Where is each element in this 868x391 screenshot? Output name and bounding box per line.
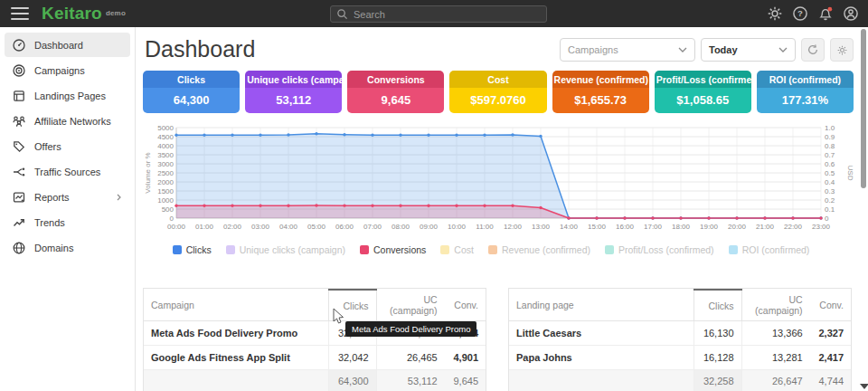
metric-cards-row: Clicks 64,300 Unique clicks (campaign) 5… xyxy=(143,71,854,113)
help-icon[interactable]: ? xyxy=(792,5,808,22)
chart-legend: Clicks Unique clicks (campaign) Conversi… xyxy=(136,244,846,255)
sidebar-item-label: Campaigns xyxy=(34,65,85,76)
metric-card-cost[interactable]: Cost $597.0760 xyxy=(449,71,546,113)
legend-item-roi[interactable]: ROI (confirmed) xyxy=(729,244,810,255)
metric-card-roi[interactable]: ROI (confirmed) 177.31% xyxy=(757,71,854,113)
notification-dot xyxy=(827,7,832,12)
legend-swatch xyxy=(605,245,614,254)
metric-value: $1,655.73 xyxy=(552,88,649,113)
column-header-uc[interactable]: UC (campaign) xyxy=(741,290,810,321)
svg-text:5000: 5000 xyxy=(157,124,174,132)
campaigns-filter-select[interactable]: Campaigns xyxy=(560,38,695,62)
globe-icon xyxy=(12,241,26,255)
svg-text:19:00: 19:00 xyxy=(700,223,719,231)
sidebar-item-label: Landings Pages xyxy=(34,91,106,101)
sidebar-item-label: Trends xyxy=(34,217,65,228)
legend-swatch xyxy=(440,245,449,254)
svg-text:18:00: 18:00 xyxy=(672,223,691,231)
chevron-down-icon xyxy=(678,47,687,53)
sidebar-item-reports[interactable]: Reports xyxy=(5,185,130,209)
tag-icon xyxy=(12,139,26,154)
table-row[interactable]: Google Ads Fitness App Split 32,042 26,4… xyxy=(144,346,486,370)
svg-text:0.6: 0.6 xyxy=(825,160,835,168)
legend-swatch xyxy=(226,245,235,254)
table-header-row: Landing page Clicks UC (campaign) Conv. xyxy=(509,290,851,321)
people-network-icon xyxy=(12,114,26,129)
column-header-uc[interactable]: UC (campaign) xyxy=(376,290,445,321)
sidebar-item-label: Affiliate Networks xyxy=(34,116,111,127)
sidebar-item-campaigns[interactable]: Campaigns xyxy=(5,58,130,82)
scrollbar-down-arrow-icon[interactable] xyxy=(860,384,868,389)
metric-card-clicks[interactable]: Clicks 64,300 xyxy=(143,71,240,113)
sidebar-item-landings-pages[interactable]: Landings Pages xyxy=(5,83,130,108)
svg-text:04:00: 04:00 xyxy=(279,223,298,231)
menu-toggle-icon[interactable] xyxy=(11,7,29,20)
sidebar-item-dashboard[interactable]: Dashboard xyxy=(5,33,130,57)
metric-card-profit-loss[interactable]: Profit/Loss (confirmed) $1,058.65 xyxy=(655,71,751,113)
legend-item-cost[interactable]: Cost xyxy=(440,244,474,255)
legend-item-conversions[interactable]: Conversions xyxy=(360,244,426,255)
refresh-button[interactable] xyxy=(801,38,825,62)
app-logo[interactable]: Keitarodemo xyxy=(42,4,126,24)
campaigns-table: Campaign Clicks UC (campaign) Conv. Meta… xyxy=(143,288,486,391)
sidebar-item-trends[interactable]: Trends xyxy=(5,210,130,234)
legend-item-clicks[interactable]: Clicks xyxy=(173,244,212,255)
column-header-landing-page[interactable]: Landing page xyxy=(509,290,693,321)
svg-text:2500: 2500 xyxy=(157,169,174,177)
column-header-clicks[interactable]: Clicks xyxy=(693,290,741,321)
svg-text:?: ? xyxy=(797,8,803,18)
global-search[interactable] xyxy=(330,5,547,23)
svg-text:13:00: 13:00 xyxy=(532,223,551,231)
svg-text:3500: 3500 xyxy=(157,151,174,159)
sidebar-nav: Dashboard Campaigns Landings Pages Affil… xyxy=(0,27,136,391)
sidebar-item-affiliate-networks[interactable]: Affiliate Networks xyxy=(5,109,130,133)
legend-item-profit-loss[interactable]: Profit/Loss (confirmed) xyxy=(605,244,714,255)
table-row[interactable]: Papa Johns 16,128 13,281 2,417 xyxy=(509,346,851,370)
svg-text:0.9: 0.9 xyxy=(825,133,835,141)
date-range-select[interactable]: Today xyxy=(701,38,796,62)
table-row[interactable]: Little Caesars 16,130 13,366 2,327 xyxy=(509,321,851,346)
totals-row: 64,300 53,112 9,645 xyxy=(144,370,486,391)
scrollbar-thumb[interactable] xyxy=(861,29,866,188)
notifications-bell-icon[interactable] xyxy=(817,5,834,22)
legend-item-unique-clicks[interactable]: Unique clicks (campaign) xyxy=(226,244,345,255)
search-icon xyxy=(336,8,348,20)
hover-tooltip: Meta Ads Food Delivery Promo xyxy=(345,321,476,337)
table-header-row: Campaign Clicks UC (campaign) Conv. xyxy=(144,290,486,321)
settings-icon[interactable] xyxy=(767,5,783,22)
svg-text:10:00: 10:00 xyxy=(448,223,467,231)
svg-text:2000: 2000 xyxy=(157,178,174,186)
column-header-conv[interactable]: Conv. xyxy=(445,290,486,321)
svg-text:11:00: 11:00 xyxy=(476,223,494,231)
svg-text:21:00: 21:00 xyxy=(756,223,775,231)
search-input[interactable] xyxy=(354,9,541,20)
svg-text:23:00: 23:00 xyxy=(812,223,831,231)
page-title: Dashboard xyxy=(145,36,255,62)
top-bar: Keitarodemo ? xyxy=(0,0,868,27)
vertical-scrollbar xyxy=(860,27,867,391)
sidebar-item-domains[interactable]: Domains xyxy=(5,235,130,260)
sidebar-item-offers[interactable]: Offers xyxy=(5,134,130,158)
user-account-icon[interactable] xyxy=(843,5,859,22)
column-header-campaign[interactable]: Campaign xyxy=(144,290,328,321)
traffic-chart: 0500100015002000250030003500400045005000… xyxy=(143,123,854,235)
svg-text:14:00: 14:00 xyxy=(560,223,579,231)
metric-card-unique-clicks[interactable]: Unique clicks (campaign) 53,112 xyxy=(245,71,342,113)
svg-text:1500: 1500 xyxy=(157,187,174,196)
svg-text:02:00: 02:00 xyxy=(223,223,242,231)
legend-item-revenue[interactable]: Revenue (confirmed) xyxy=(488,244,590,255)
svg-text:1000: 1000 xyxy=(157,196,174,205)
legend-swatch xyxy=(173,245,182,254)
metric-card-conversions[interactable]: Conversions 9,645 xyxy=(347,71,444,113)
svg-text:05:00: 05:00 xyxy=(307,223,326,231)
svg-text:06:00: 06:00 xyxy=(335,223,354,231)
legend-swatch xyxy=(729,245,738,254)
svg-text:0.7: 0.7 xyxy=(825,151,835,159)
refresh-icon xyxy=(807,43,819,56)
dashboard-settings-button[interactable] xyxy=(830,38,854,62)
report-chart-icon xyxy=(12,190,26,205)
svg-text:08:00: 08:00 xyxy=(392,223,410,231)
metric-card-revenue[interactable]: Revenue (confirmed) $1,655.73 xyxy=(552,71,649,113)
column-header-conv[interactable]: Conv. xyxy=(810,290,851,321)
sidebar-item-traffic-sources[interactable]: Traffic Sources xyxy=(5,159,130,184)
